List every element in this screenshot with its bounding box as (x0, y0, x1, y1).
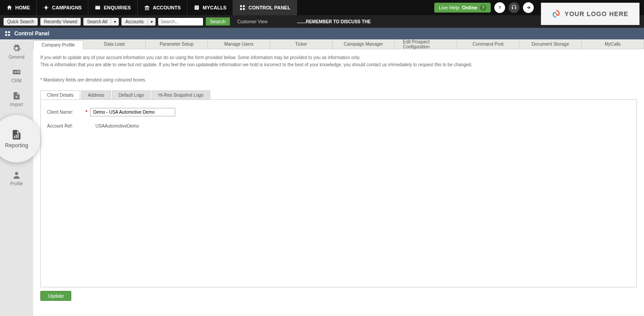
svg-rect-21 (17, 134, 18, 138)
recently-viewed-button[interactable]: Recently Viewed (40, 18, 81, 26)
chevron-down-icon: ▾ (111, 18, 119, 26)
svg-point-22 (15, 172, 18, 175)
mandatory-note: * Mandatory fields are denoted using col… (40, 77, 637, 83)
sidebar-label: Import (10, 102, 23, 107)
campaign-icon (43, 4, 49, 11)
nav-home-label: HOME (15, 5, 30, 10)
subtab-address[interactable]: Address (81, 90, 111, 99)
nav-campaigns[interactable]: CAMPAIGNS (37, 0, 88, 15)
svg-rect-7 (243, 8, 245, 10)
tab-mycalls[interactable]: MyCalls (582, 39, 644, 49)
info-text-2: This is information that you are able to… (40, 62, 637, 68)
help-button[interactable]: ? (494, 2, 505, 13)
customer-view-link[interactable]: Customer View (237, 19, 268, 24)
search-scope-dropdown[interactable]: Search All ▾ (83, 18, 119, 26)
form-panel: Client Name: * Account Ref: USAAutomotiv… (40, 99, 637, 287)
sidebar-label: CRM (12, 78, 22, 83)
search-input[interactable] (158, 18, 203, 26)
sidebar-item-crm[interactable]: CRM (12, 68, 22, 83)
logo-placeholder: YOUR LOGO HERE (541, 3, 640, 25)
live-help-text: Live Help (439, 5, 459, 10)
svg-point-16 (14, 71, 16, 73)
nav-mycalls-label: MYCALLS (203, 5, 226, 10)
nav-control-panel[interactable]: CONTROL PANEL (233, 0, 297, 15)
svg-rect-6 (240, 8, 242, 10)
nav-enquiries[interactable]: ENQUIRIES (88, 0, 138, 15)
nav-enquiries-label: ENQUIRIES (104, 5, 131, 10)
quick-search-button[interactable]: Quick Search (4, 18, 38, 26)
logo-icon (552, 10, 560, 18)
svg-rect-13 (5, 34, 7, 36)
live-help-status: Online (462, 5, 477, 10)
search-entity-label: Accounts (121, 18, 147, 26)
sidebar-label: Profile (10, 181, 23, 186)
question-icon: ? (480, 4, 486, 11)
update-button[interactable]: Update (40, 291, 71, 301)
nav-accounts[interactable]: ACCOUNTS (138, 0, 187, 15)
sidebar-label: Reporting (5, 142, 28, 149)
client-name-input[interactable] (90, 108, 175, 116)
profile-icon (12, 171, 21, 179)
subtab-hires-logo[interactable]: Hi-Res Snapshot Logo (151, 90, 210, 99)
tab-command-post[interactable]: Command Post (457, 39, 519, 49)
main-tabs: Company Profile Data Load Parameter Setu… (33, 39, 644, 49)
tab-document-storage[interactable]: Document Storage (519, 39, 582, 49)
tab-campaign-manager[interactable]: Campaign Manager (333, 39, 395, 49)
tab-edit-prospect[interactable]: Edit Prospect Configuration (395, 39, 457, 49)
svg-rect-11 (5, 31, 7, 33)
headset-icon (511, 4, 517, 11)
svg-rect-4 (240, 5, 242, 7)
ticker-text: .......REMEMBER TO DISCUSS THE (297, 19, 371, 24)
search-button[interactable]: Search (206, 17, 230, 26)
logo-text: YOUR LOGO HERE (565, 10, 628, 17)
left-sidebar: General CRM Import Reporting Profile (0, 39, 33, 316)
page-title: Control Panel (14, 30, 49, 37)
nav-mycalls[interactable]: MYCALLS (187, 0, 233, 15)
crm-icon (12, 68, 21, 77)
tab-manage-users[interactable]: Manage Users (208, 39, 270, 49)
reporting-icon (11, 129, 22, 141)
search-entity-dropdown[interactable]: Accounts ▾ (121, 18, 155, 26)
sub-tabs: Client Details Address Default Logo Hi-R… (40, 90, 637, 99)
arrow-right-icon (526, 5, 531, 10)
required-marker: * (86, 110, 87, 115)
import-icon (12, 91, 21, 100)
main-content: Company Profile Data Load Parameter Setu… (33, 39, 644, 316)
svg-rect-12 (8, 31, 10, 33)
control-icon (239, 4, 246, 11)
notifications-button[interactable] (509, 2, 519, 13)
info-text-1: If you wish to update any of your accoun… (40, 55, 637, 61)
tab-data-load[interactable]: Data Load (83, 39, 146, 49)
tab-company-profile[interactable]: Company Profile (33, 40, 83, 49)
svg-rect-14 (8, 34, 10, 36)
svg-rect-5 (243, 5, 245, 7)
tab-ticker[interactable]: Ticker (270, 39, 333, 49)
logout-button[interactable] (523, 2, 534, 13)
subtab-client-details[interactable]: Client Details (40, 90, 80, 99)
live-help-button[interactable]: Live Help Online ? (434, 3, 491, 13)
account-ref-label: Account Ref: (47, 124, 83, 128)
search-scope-label: Search All (83, 18, 111, 26)
svg-point-10 (555, 13, 557, 15)
enquiries-icon (95, 4, 101, 11)
nav-accounts-label: ACCOUNTS (153, 5, 181, 10)
gear-icon (12, 44, 21, 53)
subtab-default-logo[interactable]: Default Logo (112, 90, 151, 99)
svg-rect-18 (17, 72, 20, 73)
home-icon (6, 4, 13, 11)
help-icon: ? (497, 4, 503, 11)
client-name-label: Client Name: (47, 110, 83, 115)
svg-rect-19 (14, 136, 15, 138)
svg-rect-20 (16, 135, 17, 138)
chevron-down-icon: ▾ (147, 18, 156, 26)
breadcrumb: Control Panel (0, 28, 644, 39)
nav-control-label: CONTROL PANEL (248, 5, 290, 10)
svg-point-0 (45, 6, 48, 9)
accounts-icon (144, 4, 150, 11)
sidebar-item-import[interactable]: Import (10, 91, 23, 107)
sidebar-item-general[interactable]: General (9, 44, 25, 60)
tab-parameter-setup[interactable]: Parameter Setup (146, 39, 208, 49)
svg-rect-1 (95, 6, 100, 9)
sidebar-item-profile[interactable]: Profile (10, 171, 23, 186)
nav-home[interactable]: HOME (0, 0, 37, 15)
